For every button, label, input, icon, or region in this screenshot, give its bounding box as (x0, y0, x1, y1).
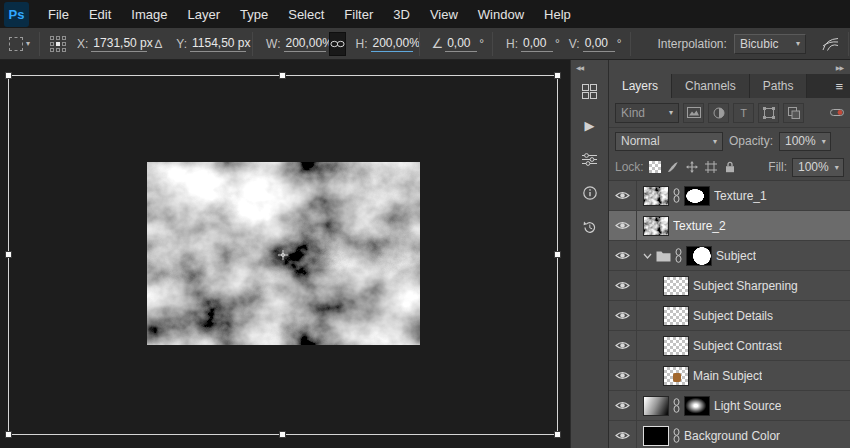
ref-point-cell[interactable] (50, 36, 54, 40)
menu-file[interactable]: File (38, 0, 79, 28)
expand-dock-button[interactable]: ◀◀ (571, 60, 608, 74)
visibility-toggle[interactable] (609, 211, 637, 240)
transform-handle-bottom-right[interactable] (554, 431, 561, 438)
adjustments-panel-button[interactable] (571, 142, 609, 176)
menu-help[interactable]: Help (534, 0, 581, 28)
filter-type-layers-button[interactable]: T (733, 103, 754, 123)
layer-row-subject-contrast[interactable]: Subject Contrast (609, 331, 850, 361)
actions-panel-button[interactable]: ▶ (571, 108, 609, 142)
lock-transparency-icon[interactable] (649, 161, 661, 173)
layer-thumbnail[interactable] (643, 396, 669, 416)
layer-name[interactable]: Texture_1 (714, 189, 767, 203)
y-position-input[interactable]: 1154,50 px (190, 36, 246, 52)
ref-point-cell[interactable] (62, 42, 66, 46)
ref-point-cell[interactable] (56, 36, 60, 40)
tab-paths[interactable]: Paths (750, 74, 808, 98)
layer-name[interactable]: Main Subject (693, 369, 762, 383)
reference-point-locator[interactable] (50, 36, 66, 52)
skew-v-input[interactable]: 0,00 (583, 36, 615, 52)
layer-row-subject-sharpening[interactable]: Subject Sharpening (609, 271, 850, 301)
lock-all-icon[interactable] (723, 160, 737, 174)
fill-dropdown[interactable]: 100% ▾ (792, 158, 844, 177)
menu-view[interactable]: View (420, 0, 468, 28)
filter-kind-dropdown[interactable]: Kind ▾ (615, 103, 679, 123)
menu-3d[interactable]: 3D (383, 0, 420, 28)
filter-adjustment-layers-button[interactable] (708, 103, 729, 123)
height-scale-input[interactable]: 200,00% (371, 36, 413, 52)
filter-shape-layers-button[interactable] (758, 103, 779, 123)
menu-window[interactable]: Window (468, 0, 534, 28)
layer-row-background-color[interactable]: Background Color (609, 421, 850, 448)
transform-handle-top-middle[interactable] (279, 72, 286, 79)
skew-h-input[interactable]: 0,00 (521, 36, 553, 52)
info-panel-button[interactable] (571, 176, 609, 210)
ref-point-cell[interactable] (62, 36, 66, 40)
lock-position-icon[interactable] (685, 160, 699, 174)
transform-handle-middle-right[interactable] (554, 251, 561, 258)
layer-mask-thumbnail[interactable] (684, 186, 710, 206)
layer-name[interactable]: Subject (716, 249, 756, 263)
transform-bounding-box[interactable] (8, 75, 558, 435)
x-position-input[interactable]: 1731,50 px (91, 36, 147, 52)
visibility-toggle[interactable] (609, 421, 637, 448)
ref-point-cell[interactable] (50, 48, 54, 52)
layer-thumbnail[interactable] (643, 216, 669, 236)
transform-handle-bottom-left[interactable] (5, 431, 12, 438)
blend-mode-dropdown[interactable]: Normal ▾ (615, 132, 723, 151)
interpolation-dropdown[interactable]: Bicubic ▾ (734, 34, 806, 54)
visibility-toggle[interactable] (609, 181, 637, 210)
transform-handle-top-right[interactable] (554, 72, 561, 79)
ref-point-cell-center[interactable] (56, 42, 60, 46)
visibility-toggle[interactable] (609, 331, 637, 360)
lock-artboard-icon[interactable] (704, 160, 718, 174)
layer-name[interactable]: Background Color (684, 429, 780, 443)
group-expand-chevron-icon[interactable] (643, 253, 652, 259)
filter-smart-objects-button[interactable] (783, 103, 804, 123)
ref-point-cell[interactable] (50, 42, 54, 46)
layer-mask-thumbnail[interactable] (684, 396, 710, 416)
filter-pixel-layers-button[interactable] (683, 103, 704, 123)
group-mask-thumbnail[interactable] (686, 246, 712, 266)
layer-name[interactable]: Texture_2 (673, 219, 726, 233)
layer-row-main-subject[interactable]: Main Subject (609, 361, 850, 391)
layer-row-texture-2[interactable]: Texture_2 (609, 211, 850, 241)
relative-positioning-button[interactable]: ∆ (148, 34, 168, 54)
lock-pixels-icon[interactable] (666, 160, 680, 174)
ref-point-cell[interactable] (62, 48, 66, 52)
ref-point-cell[interactable] (56, 48, 60, 52)
layer-name[interactable]: Subject Sharpening (693, 279, 798, 293)
tab-layers[interactable]: Layers (609, 74, 672, 98)
layer-name[interactable]: Subject Contrast (693, 339, 782, 353)
layer-row-texture-1[interactable]: Texture_1 (609, 181, 850, 211)
visibility-toggle[interactable] (609, 391, 637, 420)
rotation-input[interactable]: 0,00 (445, 36, 477, 52)
layer-row-light-source[interactable]: Light Source (609, 391, 850, 421)
layer-thumbnail[interactable] (663, 276, 689, 296)
visibility-toggle[interactable] (609, 241, 637, 270)
layer-thumbnail[interactable] (663, 366, 689, 386)
width-scale-input[interactable]: 200,00% (284, 36, 326, 52)
menu-filter[interactable]: Filter (334, 0, 383, 28)
document-canvas[interactable] (0, 60, 570, 448)
layer-name[interactable]: Subject Details (693, 309, 773, 323)
maintain-aspect-ratio-button[interactable] (329, 32, 346, 56)
panel-menu-icon[interactable]: ≡ (835, 79, 843, 94)
transform-pivot-point[interactable] (278, 250, 288, 260)
layer-thumbnail[interactable] (663, 306, 689, 326)
transform-handle-middle-left[interactable] (5, 251, 12, 258)
transform-handle-top-left[interactable] (5, 72, 12, 79)
visibility-toggle[interactable] (609, 271, 637, 300)
menu-select[interactable]: Select (278, 0, 334, 28)
menu-edit[interactable]: Edit (79, 0, 121, 28)
tool-presets-button[interactable]: ▾ (6, 37, 33, 51)
menu-image[interactable]: Image (121, 0, 177, 28)
layer-thumbnail[interactable] (643, 186, 669, 206)
layer-filter-toggle[interactable] (830, 106, 844, 120)
libraries-panel-button[interactable] (571, 74, 609, 108)
menu-layer[interactable]: Layer (178, 0, 231, 28)
layer-name[interactable]: Light Source (714, 399, 781, 413)
collapse-panel-icon[interactable]: ▶▶ (836, 64, 843, 71)
layer-row-subject-details[interactable]: Subject Details (609, 301, 850, 331)
visibility-toggle[interactable] (609, 361, 637, 390)
transform-handle-bottom-middle[interactable] (279, 431, 286, 438)
